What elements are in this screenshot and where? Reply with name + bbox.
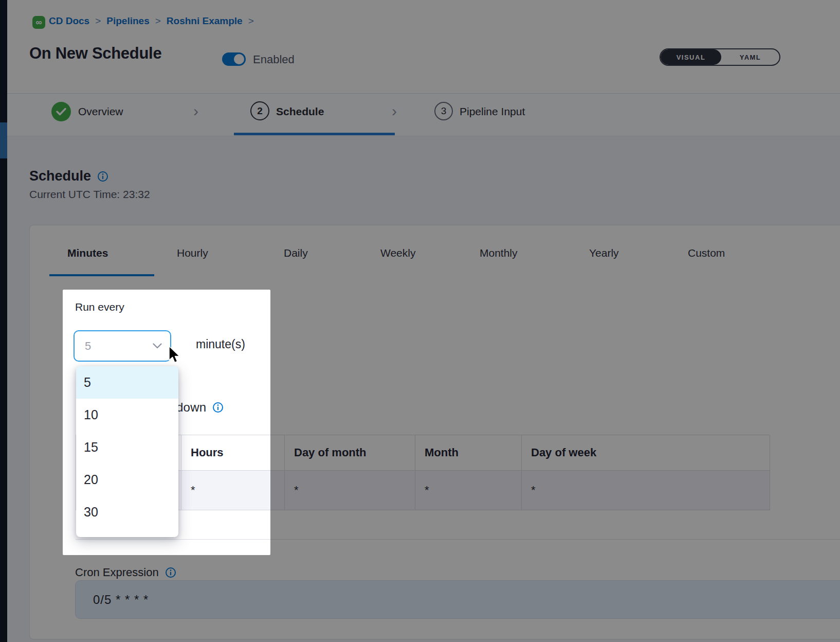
column-header-day-of-month: Day of month <box>285 435 415 471</box>
breadcrumb-separator: > <box>155 15 161 27</box>
minutes-dropdown-menu: 5 10 15 20 30 <box>76 366 178 537</box>
step-schedule-label[interactable]: Schedule <box>276 105 324 118</box>
tab-weekly[interactable]: Weekly <box>380 247 415 259</box>
dropdown-option-20[interactable]: 20 <box>76 463 178 496</box>
info-icon[interactable] <box>97 171 108 182</box>
cd-module-icon: ∞ <box>32 16 45 29</box>
enabled-label: Enabled <box>253 53 295 66</box>
toggle-knob <box>234 54 244 64</box>
cron-expression-label: Cron Expression <box>75 566 176 579</box>
dropdown-option-30[interactable]: 30 <box>76 496 178 528</box>
enabled-toggle[interactable] <box>222 52 246 66</box>
section-heading-text: Schedule <box>29 168 91 184</box>
cell-day-of-month: * <box>285 471 415 510</box>
cron-expression-input[interactable]: 0/5 * * * * <box>75 580 840 619</box>
visual-yaml-switch: VISUAL YAML <box>660 48 780 66</box>
page: ∞ CD Docs > Pipelines > Roshni Example >… <box>0 0 840 642</box>
cell-hours: * <box>181 471 285 510</box>
active-step-underline <box>234 133 395 135</box>
breadcrumb-link-pipelines[interactable]: Pipelines <box>106 15 149 27</box>
tab-yearly[interactable]: Yearly <box>589 247 619 259</box>
breadcrumb-link-cd-docs[interactable]: CD Docs <box>49 15 89 27</box>
chevron-right-icon: › <box>392 102 397 120</box>
cron-breakdown-table: Hours Day of month Month Day of week * *… <box>76 435 770 510</box>
column-header-day-of-week: Day of week <box>522 435 770 471</box>
step-overview-check[interactable] <box>51 102 71 121</box>
cron-expression-label-text: Cron Expression <box>75 566 159 579</box>
info-icon[interactable] <box>165 567 176 578</box>
breadcrumb: CD Docs > Pipelines > Roshni Example > <box>49 15 254 27</box>
dropdown-option-5[interactable]: 5 <box>76 366 178 399</box>
section-heading: Schedule <box>29 168 108 184</box>
breadcrumb-separator: > <box>248 15 254 27</box>
tab-minutes[interactable]: Minutes <box>67 247 108 259</box>
active-tab-underline <box>49 274 154 276</box>
chevron-right-icon: › <box>193 102 198 120</box>
tab-custom[interactable]: Custom <box>688 247 725 259</box>
dropdown-option-15[interactable]: 15 <box>76 431 178 463</box>
breadcrumb-link-roshni-example[interactable]: Roshni Example <box>167 15 243 27</box>
cell-month: * <box>415 471 522 510</box>
run-every-label: Run every <box>75 301 124 313</box>
content-divider <box>76 539 840 540</box>
minutes-select-value: 5 <box>85 340 91 353</box>
tab-monthly[interactable]: Monthly <box>480 247 518 259</box>
breadcrumb-separator: > <box>95 15 101 27</box>
step-schedule-number[interactable]: 2 <box>250 101 269 120</box>
tab-hourly[interactable]: Hourly <box>177 247 208 259</box>
step-overview-label[interactable]: Overview <box>78 105 123 118</box>
minutes-unit-label: minute(s) <box>196 337 245 351</box>
column-header-hours: Hours <box>181 435 285 471</box>
chevron-down-icon <box>153 343 162 349</box>
step-pipeline-input-label[interactable]: Pipeline Input <box>460 105 525 118</box>
info-icon[interactable] <box>212 402 224 413</box>
visual-mode-button[interactable]: VISUAL <box>661 49 721 65</box>
yaml-mode-button[interactable]: YAML <box>721 49 779 65</box>
left-nav-strip <box>0 0 7 642</box>
step-pipeline-input-number[interactable]: 3 <box>434 102 453 120</box>
current-utc-time: Current UTC Time: 23:32 <box>29 188 150 201</box>
column-header-month: Month <box>415 435 522 471</box>
left-nav-active-indicator <box>0 122 7 158</box>
minutes-select[interactable]: 5 <box>74 330 171 362</box>
dropdown-option-10[interactable]: 10 <box>76 399 178 431</box>
check-icon <box>56 108 66 116</box>
tab-daily[interactable]: Daily <box>284 247 308 259</box>
cell-day-of-week: * <box>522 471 770 510</box>
wizard-steps-bar <box>7 94 840 136</box>
page-title: On New Schedule <box>29 44 161 63</box>
